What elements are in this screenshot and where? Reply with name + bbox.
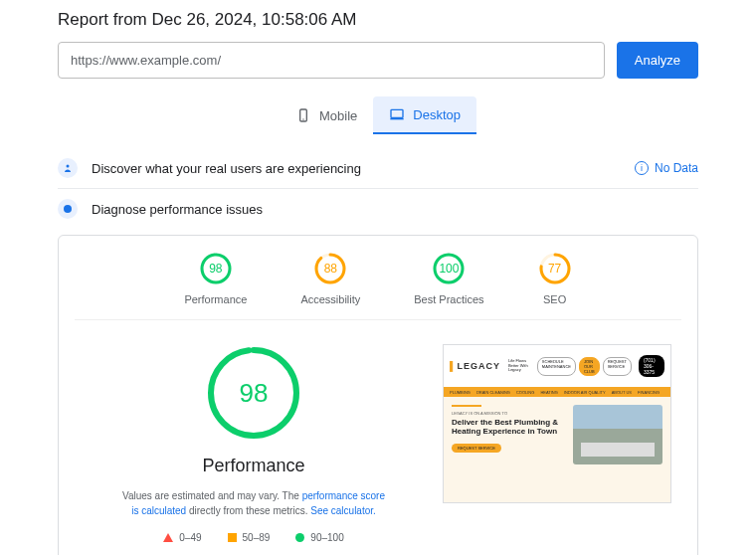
thumb-nav: PLUMBINGDRAIN CLEANINGCOOLINGHEATINGINDO… [444, 387, 670, 397]
score-item-accessibility[interactable]: 88Accessibility [300, 252, 360, 305]
section-discover: Discover what your real users are experi… [58, 148, 698, 189]
score-item-performance[interactable]: 98Performance [184, 252, 247, 305]
score-label: Best Practices [414, 293, 483, 305]
svg-rect-2 [391, 109, 403, 117]
section-diagnose: Diagnose performance issues [58, 189, 698, 229]
diagnose-panel: 98Performance 88Accessibility 100Best Pr… [58, 235, 698, 555]
no-data-link[interactable]: i No Data [635, 161, 698, 175]
url-row: Analyze [58, 42, 698, 79]
svg-point-4 [67, 165, 70, 168]
performance-title: Performance [202, 456, 304, 476]
svg-point-1 [302, 118, 303, 119]
thumb-badges: SCHEDULE MAINTENANCE JOIN OUR CLUB REQUE… [537, 357, 632, 376]
report-title: Report from Dec 26, 2024, 10:58:06 AM [58, 10, 698, 30]
square-icon [228, 533, 237, 542]
score-item-seo[interactable]: 77SEO [538, 252, 572, 305]
score-row: 98Performance 88Accessibility 100Best Pr… [75, 252, 681, 320]
calculator-link[interactable]: See calculator. [310, 505, 376, 516]
tab-label: Mobile [319, 108, 357, 123]
legend-good: 90–100 [295, 532, 343, 543]
analyze-button[interactable]: Analyze [617, 42, 698, 79]
thumb-hero-image [573, 405, 662, 464]
gauge-icon: 98 [199, 252, 233, 285]
users-icon [58, 158, 78, 178]
tab-label: Desktop [413, 107, 461, 122]
tab-mobile[interactable]: Mobile [280, 96, 373, 134]
detail-row: 98 Performance Values are estimated and … [75, 344, 681, 543]
gauge-icon: 88 [313, 252, 347, 285]
score-label: Performance [184, 293, 247, 305]
url-input[interactable] [58, 42, 605, 79]
section-title: Discover what your real users are experi… [92, 161, 635, 176]
info-icon: i [635, 161, 649, 175]
desktop-icon [389, 106, 405, 122]
diagnose-icon [58, 199, 78, 219]
gauge-icon: 100 [432, 252, 466, 285]
score-label: SEO [543, 293, 566, 305]
mobile-icon [295, 107, 311, 123]
legend-poor: 0–49 [163, 532, 201, 543]
device-tabs: Mobile Desktop [58, 96, 698, 134]
circle-icon [295, 533, 304, 542]
score-item-best-practices[interactable]: 100Best Practices [414, 252, 483, 305]
gauge-icon: 77 [538, 252, 572, 285]
performance-detail: 98 Performance Values are estimated and … [85, 344, 423, 543]
score-label: Accessibility [300, 293, 360, 305]
performance-description: Values are estimated and may vary. The p… [119, 488, 388, 518]
page-screenshot: ▌LEGACY Life Flows Better With Legacy SC… [443, 344, 671, 503]
section-title: Diagnose performance issues [92, 202, 698, 217]
tab-desktop[interactable]: Desktop [373, 96, 476, 134]
no-data-label: No Data [655, 161, 698, 175]
triangle-icon [163, 533, 173, 542]
performance-gauge: 98 [205, 344, 302, 442]
legend-average: 50–89 [228, 532, 271, 543]
thumb-logo: ▌LEGACY [450, 361, 500, 371]
score-legend: 0–49 50–89 90–100 [163, 532, 343, 543]
